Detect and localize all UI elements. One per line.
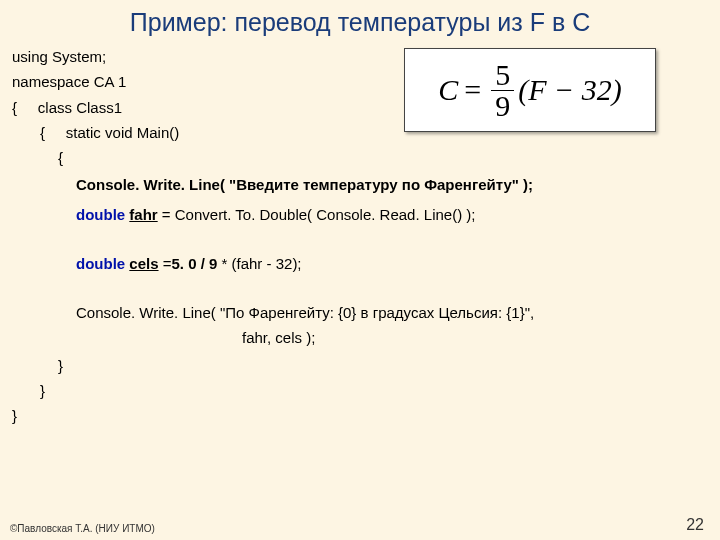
brace: { bbox=[40, 124, 45, 141]
copyright-footer: ©Павловская Т.А. (НИУ ИТМО) bbox=[10, 523, 710, 534]
keyword: double bbox=[76, 206, 129, 223]
code-text: class Class1 bbox=[38, 99, 122, 116]
code-text: * (fahr - 32); bbox=[222, 255, 302, 272]
formula-box: C = 5 9 (F − 32) bbox=[404, 48, 656, 132]
formula-denominator: 9 bbox=[491, 91, 514, 121]
formula-fraction: 5 9 bbox=[491, 60, 514, 121]
brace: { bbox=[12, 99, 17, 116]
slide-title: Пример: перевод температуры из F в C bbox=[0, 0, 720, 43]
code-line: double cels =5. 0 / 9 * (fahr - 32); bbox=[12, 252, 708, 275]
variable: cels bbox=[129, 255, 158, 272]
code-text: 5. 0 / 9 bbox=[171, 255, 221, 272]
code-line: } bbox=[12, 379, 708, 402]
formula-numerator: 5 bbox=[491, 60, 514, 91]
code-text: static void Main() bbox=[66, 124, 179, 141]
code-line: } bbox=[12, 404, 708, 427]
page-number: 22 bbox=[686, 516, 704, 534]
code-text: = bbox=[159, 255, 172, 272]
code-line: { bbox=[12, 146, 708, 169]
code-text: = Convert. To. Double( Console. Read. Li… bbox=[158, 206, 476, 223]
formula-eq: = bbox=[464, 73, 481, 107]
code-text: Console. Write. Line( bbox=[76, 176, 229, 193]
code-line: Console. Write. Line( "По Фаренгейту: {0… bbox=[12, 301, 708, 324]
formula-lhs: C bbox=[438, 73, 458, 107]
code-line: } bbox=[12, 354, 708, 377]
string-literal: "Введите температуру по Фаренгейту" bbox=[229, 176, 519, 193]
code-text: ); bbox=[519, 176, 533, 193]
variable: fahr bbox=[129, 206, 157, 223]
code-line: fahr, cels ); bbox=[12, 326, 708, 349]
code-line: double fahr = Convert. To. Double( Conso… bbox=[12, 203, 708, 226]
code-line: Console. Write. Line( "Введите температу… bbox=[12, 173, 708, 196]
formula-rhs: (F − 32) bbox=[518, 73, 622, 107]
keyword: double bbox=[76, 255, 129, 272]
